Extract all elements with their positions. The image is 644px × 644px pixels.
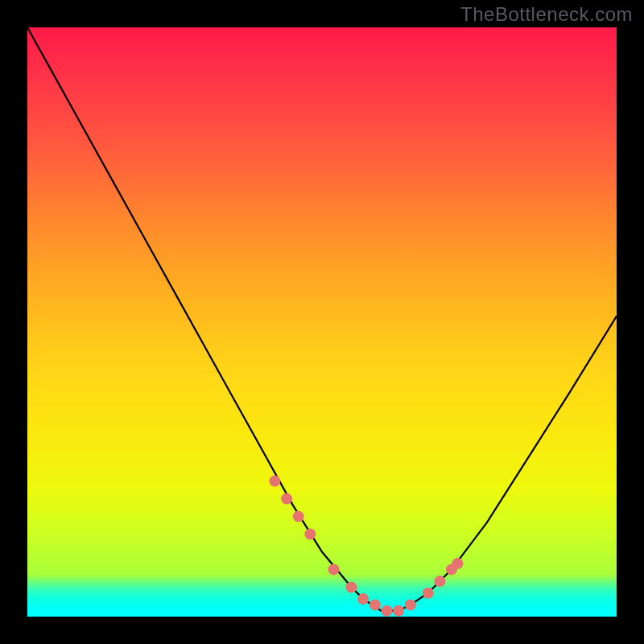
marker-dot: [405, 599, 416, 610]
watermark-text: TheBottleneck.com: [460, 3, 633, 26]
marker-dot: [423, 588, 434, 599]
marker-dot: [357, 593, 369, 605]
chart-frame: TheBottleneck.com: [0, 0, 644, 644]
marker-dot: [452, 558, 463, 569]
marker-dot: [393, 605, 404, 617]
marker-dot: [369, 599, 381, 610]
marker-dot: [434, 576, 445, 587]
marker-dot: [269, 476, 280, 487]
bottleneck-curve: [27, 27, 617, 611]
marker-dot: [328, 564, 340, 575]
marker-dot: [293, 511, 304, 522]
highlight-markers: [269, 476, 463, 617]
marker-dot: [304, 529, 316, 540]
marker-dot: [281, 493, 292, 505]
marker-dot: [346, 581, 357, 592]
marker-dot: [382, 605, 393, 617]
chart-overlay: [27, 27, 617, 617]
plot-area: [27, 27, 617, 617]
